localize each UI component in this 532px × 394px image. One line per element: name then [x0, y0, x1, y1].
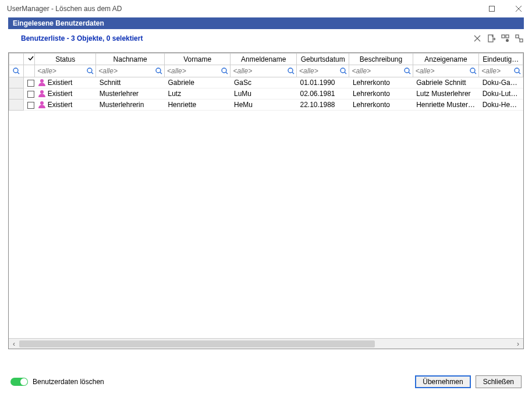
svg-point-9 — [506, 39, 509, 42]
col-header-status[interactable]: Status — [35, 54, 96, 65]
svg-line-28 — [474, 72, 476, 74]
filter-geburtsdatum[interactable] — [297, 66, 338, 76]
filter-vorname[interactable] — [165, 66, 220, 76]
window-close-button[interactable] — [505, 0, 532, 17]
delete-icon[interactable] — [473, 34, 482, 43]
svg-line-30 — [519, 72, 520, 74]
table-row[interactable]: Existiert Musterlehrer Lutz LuMu 02.06.1… — [9, 88, 523, 100]
filter-anzeigename[interactable] — [413, 66, 469, 76]
cell-anmeldename: HeMu — [230, 100, 297, 111]
svg-point-19 — [222, 68, 226, 73]
row-checkbox-cell[interactable] — [24, 100, 35, 111]
col-header-anzeigename[interactable]: Anzeigename — [413, 54, 479, 65]
svg-rect-10 — [516, 35, 519, 38]
col-header-beschreibung[interactable]: Beschreibung — [349, 54, 413, 65]
cell-geburtsdatum: 02.06.1981 — [296, 88, 349, 100]
cell-vorname: Henriette — [164, 100, 230, 111]
section-header-text: Eingelesene Benutzerdaten — [13, 19, 104, 27]
svg-rect-8 — [506, 35, 509, 38]
cell-eindeutigeid: Doku-Gabriel... — [479, 77, 523, 88]
cell-geburtsdatum: 22.10.1988 — [296, 100, 349, 111]
search-icon[interactable] — [338, 68, 349, 74]
svg-point-15 — [87, 68, 92, 73]
svg-point-29 — [515, 68, 519, 73]
search-icon[interactable] — [219, 68, 230, 74]
bottom-bar: Benutzerdaten löschen Übernehmen Schließ… — [0, 370, 532, 394]
cell-beschreibung: Lehrerkonto — [349, 100, 413, 111]
svg-line-16 — [91, 72, 93, 74]
cell-eindeutigeid: Doku-Henriet... — [479, 100, 523, 111]
table-row[interactable]: Existiert Musterlehrerin Henriette HeMu … — [9, 100, 523, 111]
delete-userdata-label: Benutzerdaten löschen — [33, 378, 104, 386]
col-header-nachname[interactable]: Nachname — [96, 54, 165, 65]
window-titlebar: UserManager - Löschen aus dem AD — [0, 0, 532, 17]
col-header-vorname[interactable]: Vorname — [164, 54, 230, 65]
filter-anmeldename[interactable] — [230, 66, 286, 76]
cell-anmeldename: LuMu — [230, 88, 297, 100]
export-icon[interactable] — [487, 34, 496, 43]
filter-nachname[interactable] — [96, 66, 154, 76]
row-header[interactable] — [9, 100, 24, 111]
cell-anzeigename: Gabriele Schnitt — [413, 77, 479, 88]
table-header-row: Status Nachname Vorname Anmeldename Gebu… — [9, 54, 523, 65]
svg-point-13 — [13, 68, 18, 73]
svg-line-22 — [292, 72, 294, 74]
scroll-thumb[interactable] — [19, 340, 375, 347]
list-summary: Benutzerliste - 3 Objekte, 0 selektiert — [21, 34, 143, 42]
cell-geburtsdatum: 01.01.1990 — [296, 77, 349, 88]
close-button[interactable]: Schließen — [476, 375, 522, 388]
svg-line-26 — [409, 72, 410, 74]
link-icon[interactable] — [515, 34, 524, 43]
search-icon[interactable] — [286, 68, 296, 74]
scroll-right-icon[interactable]: › — [513, 339, 523, 349]
cell-status: Existiert — [48, 90, 73, 98]
checkbox-icon[interactable] — [27, 102, 34, 109]
window-maximize-button[interactable] — [478, 0, 505, 17]
svg-point-17 — [156, 68, 161, 73]
checkbox-icon[interactable] — [27, 91, 34, 98]
cell-anzeigename: Lutz Musterlehrer — [413, 88, 479, 100]
svg-line-20 — [226, 72, 228, 74]
svg-rect-7 — [502, 35, 505, 38]
search-icon[interactable] — [468, 68, 478, 74]
cell-status: Existiert — [48, 101, 73, 109]
settings-icon[interactable] — [501, 34, 510, 43]
search-icon[interactable] — [85, 68, 95, 74]
apply-button[interactable]: Übernehmen — [415, 375, 470, 388]
user-icon — [38, 101, 45, 108]
filter-status[interactable] — [35, 66, 85, 76]
row-header[interactable] — [9, 88, 24, 100]
cell-beschreibung: Lehrerkonto — [349, 77, 413, 88]
search-icon[interactable] — [512, 68, 523, 74]
search-icon[interactable] — [402, 68, 413, 74]
user-icon — [38, 79, 45, 86]
svg-line-12 — [519, 38, 520, 39]
svg-point-27 — [470, 68, 475, 73]
filter-row — [9, 65, 523, 77]
search-icon[interactable] — [154, 68, 164, 74]
row-checkbox-cell[interactable] — [24, 88, 35, 100]
row-header-col[interactable] — [9, 54, 24, 65]
col-header-eindeutigeid[interactable]: Eindeutige ID — [479, 54, 523, 65]
data-table: Status Nachname Vorname Anmeldename Gebu… — [8, 52, 524, 349]
delete-userdata-toggle[interactable] — [10, 378, 28, 386]
cell-nachname: Musterlehrer — [96, 88, 165, 100]
filter-beschreibung[interactable] — [349, 66, 402, 76]
row-header[interactable] — [9, 77, 24, 88]
col-header-geburtsdatum[interactable]: Geburtsdatum — [296, 54, 349, 65]
filter-eindeutigeid[interactable] — [479, 66, 512, 76]
horizontal-scrollbar[interactable]: ‹ › — [9, 338, 523, 349]
check-all-header[interactable] — [24, 54, 35, 65]
search-icon[interactable] — [11, 68, 22, 74]
col-header-anmeldename[interactable]: Anmeldename — [230, 54, 297, 65]
user-icon — [38, 90, 45, 97]
scroll-left-icon[interactable]: ‹ — [9, 339, 19, 349]
checkbox-icon[interactable] — [27, 80, 34, 87]
cell-anzeigename: Henriette Musterleh... — [413, 100, 479, 111]
cell-nachname: Musterlehrerin — [96, 100, 165, 111]
table-row[interactable]: Existiert Schnitt Gabriele GaSc 01.01.19… — [9, 77, 523, 88]
row-checkbox-cell[interactable] — [24, 77, 35, 88]
svg-point-23 — [341, 68, 345, 73]
cell-anmeldename: GaSc — [230, 77, 297, 88]
svg-line-24 — [345, 72, 346, 74]
